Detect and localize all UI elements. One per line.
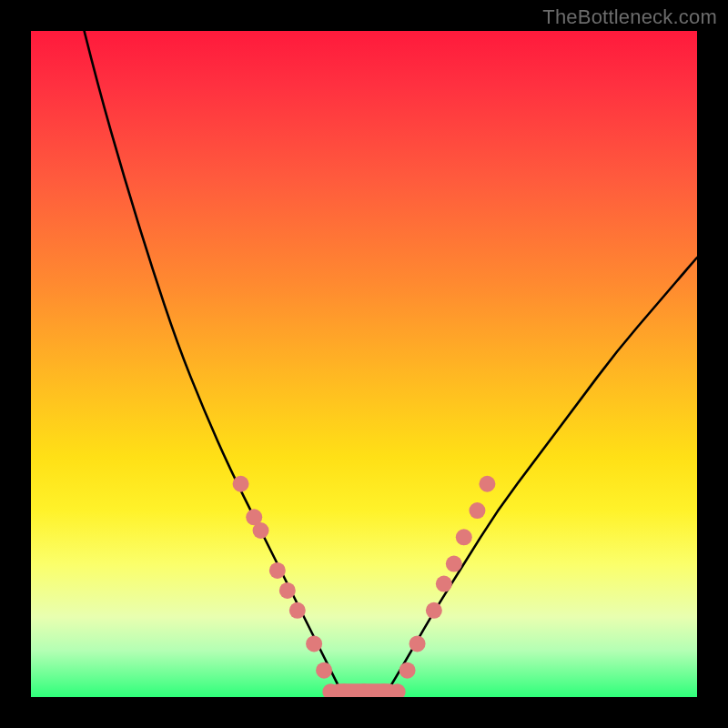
data-point: [253, 522, 269, 539]
data-point: [316, 662, 332, 679]
curve-layer: [85, 31, 697, 697]
watermark-text: TheBottleneck.com: [542, 5, 717, 29]
chart-plot-area: [31, 31, 697, 697]
data-point: [426, 602, 442, 619]
data-point: [289, 602, 306, 619]
chart-svg: [31, 31, 697, 697]
data-point: [469, 502, 485, 519]
data-point: [279, 582, 296, 599]
data-point: [306, 635, 322, 652]
data-point: [399, 662, 416, 679]
data-point: [479, 476, 495, 492]
data-point: [410, 635, 426, 652]
data-point: [269, 562, 286, 579]
marker-layer: [233, 476, 496, 697]
data-point: [233, 476, 249, 492]
left-curve: [85, 31, 344, 697]
chart-frame: TheBottleneck.com: [0, 0, 728, 728]
data-point: [446, 556, 462, 572]
right-curve: [384, 258, 697, 697]
data-point: [436, 576, 452, 592]
data-point: [456, 529, 472, 545]
